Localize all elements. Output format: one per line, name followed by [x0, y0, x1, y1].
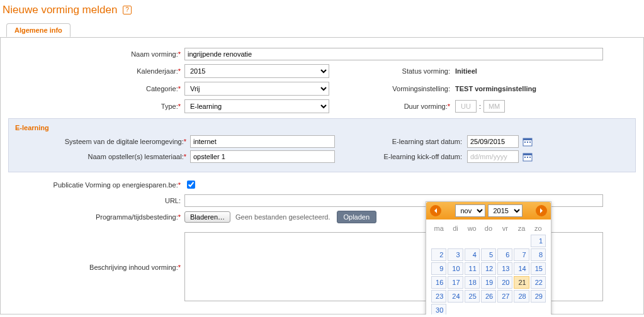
file-status-text: Geen bestanden geselecteerd.	[235, 213, 330, 221]
datepicker-day[interactable]: 24	[448, 290, 463, 303]
svg-rect-6	[523, 153, 532, 155]
datepicker-day[interactable]: 23	[431, 290, 446, 303]
calendar-icon[interactable]	[523, 152, 533, 162]
tabbar: Algemene info	[0, 23, 644, 38]
datepicker-day[interactable]: 21	[514, 276, 529, 289]
label-vormingsinstelling: Vormingsinstelling:	[354, 85, 455, 92]
label-naam-opsteller: Naam opsteller(s) lesmateriaal:*	[14, 153, 190, 160]
svg-rect-1	[523, 138, 532, 140]
datepicker-day[interactable]: 9	[431, 262, 446, 275]
datepicker-day[interactable]: 4	[465, 248, 480, 261]
datepicker-prev-button[interactable]	[430, 205, 441, 216]
systeem-digitale-input[interactable]	[190, 135, 335, 148]
svg-rect-4	[529, 142, 531, 143]
help-icon[interactable]: ?	[123, 6, 132, 14]
elearning-section: E-learning Systeem van de digitale leero…	[8, 118, 636, 172]
datepicker-day[interactable]: 5	[481, 248, 496, 261]
kalenderjaar-select[interactable]: 2015	[184, 64, 329, 78]
datepicker-day[interactable]: 12	[481, 262, 496, 275]
datepicker-day[interactable]: 11	[465, 262, 480, 275]
svg-rect-7	[524, 157, 526, 158]
label-systeem-digitale: Systeem van de digitale leeromgeving:*	[14, 138, 190, 145]
label-type: Type:*	[8, 103, 184, 110]
datepicker-day[interactable]: 18	[465, 276, 480, 289]
datepicker-year-select[interactable]: 2015	[488, 204, 523, 217]
datepicker-day[interactable]: 7	[514, 248, 529, 261]
datepicker-month-select[interactable]: nov	[455, 204, 485, 217]
datepicker-day[interactable]: 14	[514, 262, 529, 275]
label-status-vorming: Status vorming:	[354, 67, 455, 75]
datepicker-weekday: do	[481, 223, 496, 233]
datepicker-weekday: zo	[531, 223, 546, 233]
datepicker-day[interactable]: 25	[465, 290, 480, 303]
datepicker-day[interactable]: 1	[531, 235, 546, 247]
datepicker-day[interactable]: 15	[531, 262, 546, 275]
datepicker-day[interactable]: 30	[431, 304, 446, 314]
datepicker-day[interactable]: 16	[431, 276, 446, 289]
duur-mm-input[interactable]	[483, 100, 505, 113]
datepicker-day[interactable]: 22	[531, 276, 546, 289]
datepicker-day[interactable]: 17	[448, 276, 463, 289]
label-url: URL:	[8, 197, 184, 204]
status-vorming-value: Initieel	[455, 67, 477, 75]
categorie-select[interactable]: Vrij	[184, 82, 329, 96]
el-start-date-input[interactable]	[467, 135, 519, 148]
type-select[interactable]: E-learning	[184, 99, 329, 113]
svg-rect-2	[524, 142, 526, 143]
page-title: Nieuwe vorming melden	[3, 4, 117, 16]
label-kalenderjaar: Kalenderjaar:*	[8, 67, 184, 75]
datepicker-day[interactable]: 19	[481, 276, 496, 289]
naam-vorming-input[interactable]	[184, 48, 603, 60]
label-el-start: E-learning start datum:	[360, 138, 467, 145]
vormingsinstelling-value: TEST vormingsinstelling	[455, 85, 536, 92]
naam-opsteller-input[interactable]	[190, 150, 335, 163]
form-panel: Naam vorming:* Kalenderjaar:* 2015 Statu…	[0, 38, 644, 314]
elearning-section-title: E-learning	[15, 124, 630, 131]
label-categorie: Categorie:*	[8, 85, 184, 92]
datepicker-day[interactable]: 6	[497, 248, 512, 261]
label-publicatie: Publicatie Vorming op energiesparen.be:*	[8, 181, 184, 189]
publicatie-checkbox[interactable]	[187, 181, 195, 189]
label-programma: Programma/tijdsbesteding:*	[8, 213, 184, 221]
datepicker-day[interactable]: 28	[514, 290, 529, 303]
datepicker-day[interactable]: 20	[497, 276, 512, 289]
datepicker-weekday: za	[514, 223, 529, 233]
datepicker-weekday: wo	[465, 223, 480, 233]
datepicker-day[interactable]: 13	[497, 262, 512, 275]
label-el-kickoff: E-learning kick-off datum:	[360, 153, 467, 160]
datepicker-next-button[interactable]	[536, 205, 547, 216]
datepicker-day[interactable]: 10	[448, 262, 463, 275]
browse-button[interactable]: Bladeren…	[184, 211, 230, 223]
datepicker-popup: nov 2015 madiwodovrzazo 1234567891011121…	[426, 201, 551, 314]
datepicker-day[interactable]: 8	[531, 248, 546, 261]
duur-uu-input[interactable]	[455, 100, 477, 113]
datepicker-day[interactable]: 2	[431, 248, 446, 261]
datepicker-weekday: vr	[497, 223, 512, 233]
label-naam-vorming: Naam vorming:*	[8, 50, 184, 58]
svg-rect-3	[527, 142, 528, 143]
datepicker-day[interactable]: 29	[531, 290, 546, 303]
svg-rect-8	[527, 157, 528, 158]
label-beschrijving: Beschrijving inhoud vorming:*	[8, 232, 184, 271]
datepicker-weekday: di	[448, 223, 463, 233]
el-kickoff-date-input[interactable]	[467, 150, 519, 163]
datepicker-day[interactable]: 3	[448, 248, 463, 261]
calendar-icon[interactable]	[523, 136, 533, 147]
upload-button[interactable]: Opladen	[337, 211, 377, 223]
datepicker-day[interactable]: 27	[497, 290, 512, 303]
label-duur-vorming: Duur vorming:*	[354, 103, 455, 110]
svg-rect-9	[529, 157, 531, 158]
tab-algemene-info[interactable]: Algemene info	[6, 23, 71, 37]
duur-separator: :	[479, 103, 481, 110]
datepicker-weekday: ma	[431, 223, 446, 233]
datepicker-day[interactable]: 26	[481, 290, 496, 303]
